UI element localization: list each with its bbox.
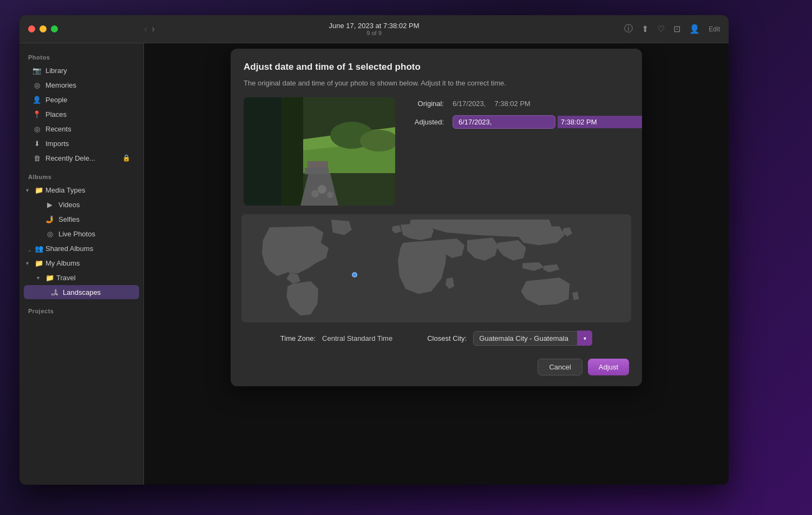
title-controls: ⓘ ⬆ ♡ ⊡ 👤 Edit bbox=[624, 23, 720, 35]
location-dot bbox=[352, 272, 357, 278]
trash-icon: 🗑 bbox=[32, 154, 41, 162]
city-select-wrap: Guatemala City - Guatemala ▾ bbox=[473, 331, 592, 346]
adjusted-date-input[interactable] bbox=[453, 115, 555, 129]
adjusted-row: Adjusted: ▲ ▼ bbox=[406, 115, 642, 129]
shared-albums-group[interactable]: › 👥 Shared Albums bbox=[22, 241, 141, 255]
original-label: Original: bbox=[406, 100, 444, 108]
sidebar-item-library[interactable]: 📷 Library bbox=[24, 63, 139, 77]
travel-chevron: ▾ bbox=[37, 275, 43, 281]
library-label: Library bbox=[45, 67, 67, 75]
window-subtitle: 9 of 9 bbox=[329, 30, 420, 36]
edit-button[interactable]: Edit bbox=[709, 25, 720, 33]
sidebar-item-people[interactable]: 👤 People bbox=[24, 93, 139, 107]
places-label: Places bbox=[45, 110, 67, 118]
sidebar-item-recents[interactable]: ◎ Recents bbox=[24, 122, 139, 136]
media-types-label: Media Types bbox=[45, 186, 85, 194]
sidebar-item-live-photos[interactable]: ◎ Live Photos bbox=[24, 227, 139, 241]
people-label: People bbox=[45, 96, 67, 104]
live-photos-label: Live Photos bbox=[58, 230, 95, 238]
travel-group[interactable]: ▾ 📁 Travel bbox=[22, 270, 141, 285]
selfies-icon: 🤳 bbox=[45, 215, 54, 223]
sidebar: Photos 📷 Library ◎ Memories 👤 People 📍 P… bbox=[19, 43, 144, 485]
adjusted-time-input[interactable] bbox=[558, 116, 642, 128]
main-content: Photos 📷 Library ◎ Memories 👤 People 📍 P… bbox=[19, 43, 729, 485]
landscapes-label: Landscapes bbox=[63, 288, 101, 296]
landscapes-icon: 🏞 bbox=[50, 288, 58, 296]
garden-svg bbox=[244, 97, 395, 206]
places-icon: 📍 bbox=[32, 110, 41, 118]
modal-description: The original date and time of your photo… bbox=[244, 78, 629, 89]
imports-icon: ⬇ bbox=[32, 139, 41, 148]
recents-label: Recents bbox=[45, 125, 71, 133]
my-albums-label: My Albums bbox=[45, 259, 80, 267]
shared-albums-label: Shared Albums bbox=[45, 245, 93, 253]
travel-icon: 📁 bbox=[45, 273, 54, 282]
imports-label: Imports bbox=[45, 140, 69, 148]
albums-section-label: Albums bbox=[19, 169, 143, 182]
adjust-datetime-modal: Adjust date and time of 1 selected photo… bbox=[231, 49, 642, 386]
sidebar-item-memories[interactable]: ◎ Memories bbox=[24, 78, 139, 92]
world-map-svg bbox=[241, 214, 631, 322]
svg-point-11 bbox=[327, 192, 333, 198]
svg-point-12 bbox=[311, 190, 319, 197]
back-arrow[interactable]: ‹ bbox=[144, 23, 147, 35]
memories-icon: ◎ bbox=[32, 81, 41, 89]
shared-albums-icon: 👥 bbox=[35, 244, 43, 253]
window-title: June 17, 2023 at 7:38:02 PM bbox=[329, 22, 420, 30]
media-types-group[interactable]: ▾ 📁 Media Types bbox=[22, 183, 141, 197]
sidebar-item-landscapes[interactable]: 🏞 Landscapes bbox=[24, 285, 139, 299]
my-albums-group[interactable]: ▾ 📁 My Albums bbox=[22, 256, 141, 270]
selfies-label: Selfies bbox=[58, 215, 80, 223]
svg-rect-7 bbox=[305, 168, 329, 174]
city-select[interactable]: Guatemala City - Guatemala bbox=[473, 331, 592, 346]
datetime-form: Original: 6/17/2023, 7:38:02 PM Adjusted… bbox=[406, 97, 642, 206]
modal-footer: Cancel Adjust bbox=[231, 352, 642, 386]
recently-deleted-label: Recently Dele... bbox=[45, 154, 95, 162]
info-icon[interactable]: ⓘ bbox=[624, 23, 633, 35]
sidebar-item-selfies[interactable]: 🤳 Selfies bbox=[24, 212, 139, 226]
svg-rect-4 bbox=[244, 97, 281, 206]
original-date: 6/17/2023, bbox=[453, 100, 486, 108]
garden-photo bbox=[244, 97, 395, 206]
people-icon[interactable]: 👤 bbox=[689, 24, 700, 34]
share-icon[interactable]: ⬆ bbox=[641, 24, 649, 34]
people-sidebar-icon: 👤 bbox=[32, 95, 41, 104]
svg-rect-6 bbox=[307, 161, 328, 168]
library-icon: 📷 bbox=[32, 66, 41, 75]
travel-label: Travel bbox=[56, 274, 76, 282]
lock-icon: 🔒 bbox=[122, 154, 130, 162]
forward-arrow[interactable]: › bbox=[152, 23, 155, 35]
original-time: 7:38:02 PM bbox=[494, 100, 531, 108]
adjust-button[interactable]: Adjust bbox=[588, 359, 629, 375]
frame-icon[interactable]: ⊡ bbox=[673, 24, 680, 34]
media-types-chevron: ▾ bbox=[26, 187, 32, 193]
cancel-button[interactable]: Cancel bbox=[538, 359, 582, 375]
photo-thumbnail bbox=[244, 97, 395, 206]
memories-label: Memories bbox=[45, 81, 76, 89]
sidebar-item-places[interactable]: 📍 Places bbox=[24, 107, 139, 121]
close-button[interactable] bbox=[28, 25, 35, 32]
sidebar-item-videos[interactable]: ▶ Videos bbox=[24, 197, 139, 212]
projects-section-label: Projects bbox=[19, 303, 143, 316]
original-row: Original: 6/17/2023, 7:38:02 PM bbox=[406, 100, 642, 108]
videos-label: Videos bbox=[58, 201, 80, 209]
live-photos-icon: ◎ bbox=[45, 229, 54, 238]
minimize-button[interactable] bbox=[40, 25, 47, 32]
sidebar-item-imports[interactable]: ⬇ Imports bbox=[24, 136, 139, 150]
modal-overlay: Adjust date and time of 1 selected photo… bbox=[144, 43, 729, 485]
modal-top: Original: 6/17/2023, 7:38:02 PM Adjusted… bbox=[231, 97, 642, 214]
svg-point-10 bbox=[318, 185, 326, 194]
timezone-value: Central Standard Time bbox=[322, 334, 392, 342]
photo-area: Adjust date and time of 1 selected photo… bbox=[144, 43, 729, 485]
timezone-label: Time Zone: bbox=[280, 334, 316, 342]
recents-icon: ◎ bbox=[32, 124, 41, 133]
title-center: June 17, 2023 at 7:38:02 PM 9 of 9 bbox=[329, 22, 420, 36]
adjusted-label: Adjusted: bbox=[406, 118, 444, 126]
modal-header: Adjust date and time of 1 selected photo… bbox=[231, 49, 642, 97]
sidebar-item-recently-deleted[interactable]: 🗑 Recently Dele... 🔒 bbox=[24, 151, 139, 165]
my-albums-chevron: ▾ bbox=[26, 260, 32, 266]
heart-icon[interactable]: ♡ bbox=[657, 24, 665, 34]
fullscreen-button[interactable] bbox=[51, 25, 58, 32]
title-bar: ‹ › June 17, 2023 at 7:38:02 PM 9 of 9 ⓘ… bbox=[19, 15, 729, 43]
photos-section-label: Photos bbox=[19, 50, 143, 63]
